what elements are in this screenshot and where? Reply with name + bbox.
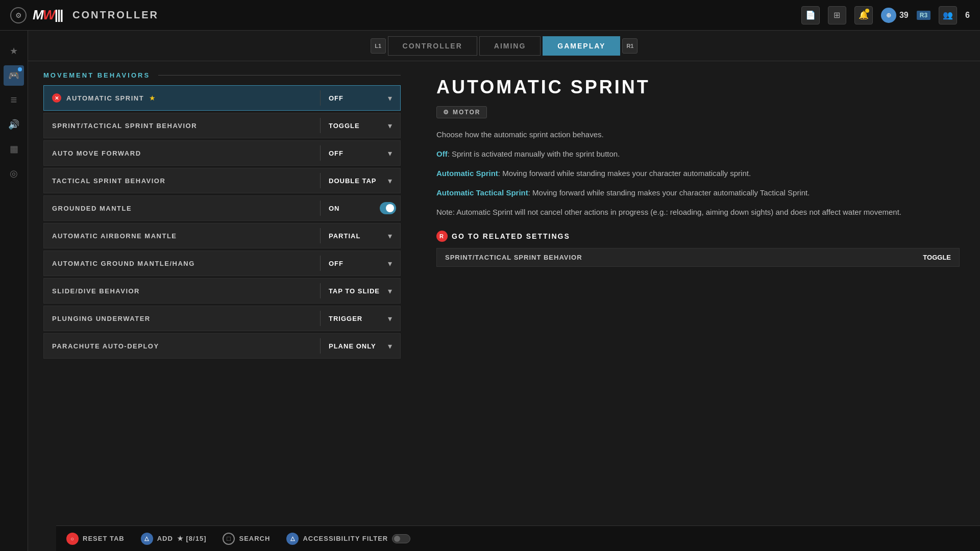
- row-left-slide-dive: SLIDE/DIVE BEHAVIOR: [44, 287, 312, 295]
- add-action[interactable]: △ ADD ★ [8/15]: [141, 533, 207, 545]
- mw-logo: MW|||: [33, 7, 62, 23]
- dropdown-arrow-7: ▾: [380, 286, 400, 296]
- divider-0: [320, 90, 321, 106]
- sidebar-item-favorites[interactable]: ★: [4, 41, 24, 61]
- reset-tab-action[interactable]: ○ RESET TAB: [66, 533, 125, 545]
- setting-row-sprint-tactical[interactable]: SPRINT/TACTICAL SPRINT BEHAVIOR TOGGLE ▾: [43, 113, 401, 138]
- setting-value-ground-mantle: OFF: [329, 260, 380, 267]
- related-row-0[interactable]: SPRINT/TACTICAL SPRINT BEHAVIOR TOGGLE: [436, 248, 960, 267]
- settings-circle-icon[interactable]: ⚙: [10, 7, 27, 23]
- setting-row-airborne-mantle[interactable]: AUTOMATIC AIRBORNE MANTLE PARTIAL ▾: [43, 223, 401, 248]
- tab-gameplay[interactable]: GAMEPLAY: [543, 36, 620, 56]
- tab-nav-left[interactable]: L1: [371, 38, 386, 54]
- divider-1: [320, 118, 321, 133]
- motor-badge: ⚙ MOTOR: [436, 106, 487, 118]
- content-area: MOVEMENT BEHAVIORS ✕ AUTOMATIC SPRINT ★ …: [28, 61, 980, 551]
- tab-controller[interactable]: CONTROLLER: [388, 36, 477, 56]
- grounded-mantle-toggle[interactable]: [380, 202, 396, 214]
- accessibility-action[interactable]: △ ACCESSIBILITY FILTER: [286, 533, 410, 545]
- page-title: CONTROLLER: [72, 9, 159, 21]
- setting-value-auto-move: OFF: [329, 149, 380, 157]
- dropdown-arrow-8: ▾: [380, 314, 400, 323]
- setting-name-ground-mantle: AUTOMATIC GROUND MANTLE/HANG: [52, 260, 195, 267]
- search-icon: □: [223, 533, 235, 545]
- accessibility-icon: △: [286, 533, 299, 545]
- section-divider: [158, 75, 401, 76]
- divider-4: [320, 201, 321, 216]
- tab-nav-right[interactable]: R1: [622, 38, 638, 54]
- divider-2: [320, 145, 321, 161]
- info-option-tactical-desc: Moving forward while standing makes your…: [532, 188, 810, 197]
- row-left-sprint-tactical: SPRINT/TACTICAL SPRINT BEHAVIOR: [44, 122, 312, 130]
- row-left-airborne-mantle: AUTOMATIC AIRBORNE MANTLE: [44, 232, 312, 240]
- setting-row-grounded-mantle[interactable]: GROUNDED MANTLE ON: [43, 195, 401, 221]
- row-left-automatic-sprint: ✕ AUTOMATIC SPRINT ★: [44, 93, 312, 103]
- row-left-grounded-mantle: GROUNDED MANTLE: [44, 205, 312, 212]
- reset-tab-icon: ○: [66, 533, 79, 545]
- topbar-right: 📄 ⊞ 🔔 ⊕ 39 R3 👥 6: [801, 6, 970, 24]
- setting-row-slide-dive[interactable]: SLIDE/DIVE BEHAVIOR TAP TO SLIDE ▾: [43, 278, 401, 304]
- setting-row-parachute[interactable]: PARACHUTE AUTO-DEPLOY PLANE ONLY ▾: [43, 333, 401, 359]
- notification-dot: [865, 9, 869, 13]
- sidebar-item-network[interactable]: ◎: [4, 163, 24, 184]
- divider-7: [320, 283, 321, 298]
- row-left-ground-mantle: AUTOMATIC GROUND MANTLE/HANG: [44, 260, 312, 267]
- xp-icon: ⊕: [881, 8, 896, 23]
- search-label: SEARCH: [239, 535, 270, 542]
- info-note: Note: Automatic Sprint will not cancel o…: [436, 206, 960, 218]
- players-number: 6: [965, 11, 970, 20]
- tab-aiming[interactable]: AIMING: [479, 36, 541, 56]
- info-option-tactical: Automatic Tactical Sprint: Moving forwar…: [436, 187, 960, 199]
- info-option-auto-label: Automatic Sprint: [436, 169, 498, 178]
- dropdown-arrow-5: ▾: [380, 231, 400, 241]
- motor-icon: ⚙: [443, 109, 450, 116]
- setting-name-automatic-sprint: AUTOMATIC SPRINT: [66, 94, 144, 102]
- notification-icon[interactable]: 🔔: [854, 6, 873, 24]
- add-count: ★ [8/15]: [177, 535, 207, 542]
- divider-8: [320, 311, 321, 326]
- setting-row-automatic-sprint[interactable]: ✕ AUTOMATIC SPRINT ★ OFF ▾: [43, 85, 401, 111]
- info-option-off-desc: Sprint is activated manually with the sp…: [452, 149, 620, 158]
- setting-value-tactical-sprint: DOUBLE TAP: [329, 177, 380, 185]
- sidebar-item-display[interactable]: ▦: [4, 139, 24, 159]
- divider-5: [320, 228, 321, 243]
- setting-value-sprint-tactical: TOGGLE: [329, 122, 380, 130]
- bottom-bar: ○ RESET TAB △ ADD ★ [8/15] □ SEARCH △ AC…: [56, 525, 980, 551]
- dropdown-arrow-2: ▾: [380, 148, 400, 158]
- divider-9: [320, 338, 321, 354]
- accessibility-toggle[interactable]: [392, 534, 410, 543]
- setting-row-plunging[interactable]: PLUNGING UNDERWATER TRIGGER ▾: [43, 306, 401, 331]
- setting-row-ground-mantle[interactable]: AUTOMATIC GROUND MANTLE/HANG OFF ▾: [43, 251, 401, 276]
- search-action[interactable]: □ SEARCH: [223, 533, 270, 545]
- players-icon[interactable]: 👥: [939, 6, 957, 24]
- setting-row-tactical-sprint[interactable]: TACTICAL SPRINT BEHAVIOR DOUBLE TAP ▾: [43, 168, 401, 193]
- xp-stat: ⊕ 39: [881, 8, 909, 23]
- add-icon: △: [141, 533, 153, 545]
- accessibility-label: ACCESSIBILITY FILTER: [303, 535, 388, 542]
- r3-badge: R3: [917, 11, 930, 20]
- setting-name-grounded-mantle: GROUNDED MANTLE: [52, 205, 132, 212]
- players-count: 6: [965, 11, 970, 20]
- divider-3: [320, 173, 321, 188]
- sidebar-item-controller[interactable]: 🎮: [4, 65, 24, 86]
- settings-panel: MOVEMENT BEHAVIORS ✕ AUTOMATIC SPRINT ★ …: [28, 61, 416, 551]
- r-badge-icon: R: [436, 231, 448, 242]
- x-icon: ✕: [52, 93, 61, 103]
- related-row-name-0: SPRINT/TACTICAL SPRINT BEHAVIOR: [445, 254, 582, 261]
- setting-value-grounded-mantle: ON: [329, 205, 380, 212]
- sidebar-item-audio[interactable]: 🔊: [4, 114, 24, 135]
- document-icon[interactable]: 📄: [801, 6, 820, 24]
- grid-icon[interactable]: ⊞: [828, 6, 846, 24]
- info-panel: AUTOMATIC SPRINT ⚙ MOTOR Choose how the …: [416, 61, 980, 551]
- related-settings: R GO TO RELATED SETTINGS SPRINT/TACTICAL…: [436, 231, 960, 267]
- setting-row-auto-move[interactable]: AUTO MOVE FORWARD OFF ▾: [43, 140, 401, 166]
- dropdown-arrow-6: ▾: [380, 259, 400, 268]
- related-title: R GO TO RELATED SETTINGS: [436, 231, 960, 242]
- sidebar-item-settings[interactable]: ≡: [4, 90, 24, 110]
- divider-6: [320, 256, 321, 271]
- setting-value-plunging: TRIGGER: [329, 315, 380, 322]
- row-left-tactical-sprint: TACTICAL SPRINT BEHAVIOR: [44, 177, 312, 185]
- info-option-auto: Automatic Sprint: Moving forward while s…: [436, 167, 960, 180]
- setting-name-plunging: PLUNGING UNDERWATER: [52, 315, 151, 322]
- dropdown-arrow-0: ▾: [380, 93, 400, 103]
